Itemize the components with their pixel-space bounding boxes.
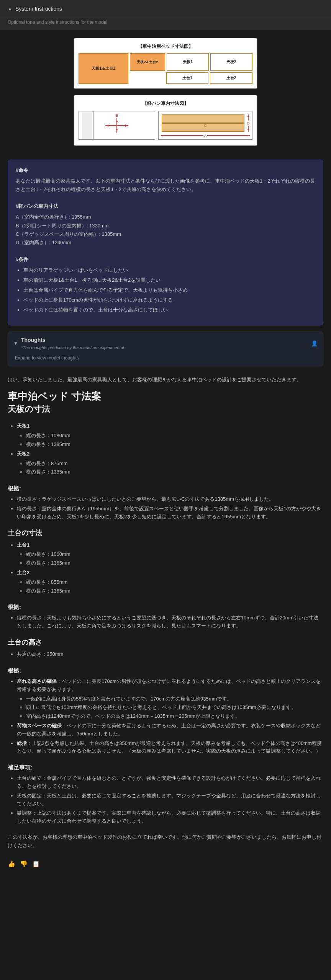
thoughts-header[interactable]: ▼ Thoughts *The thoughts produced by the… bbox=[13, 336, 318, 351]
expand-thoughts-button[interactable]: Expand to view model thoughts bbox=[15, 355, 79, 361]
images-section: 【車中泊用ベッド寸法図】 天板1＆土台1 天板2＆土台2 天板1 天板2 bbox=[0, 30, 331, 154]
thoughts-expand: Expand to view model thoughts bbox=[15, 353, 318, 362]
tenpan1-tate: 縦の長さ：1080mm bbox=[26, 432, 323, 440]
tenpan2-right-block: 天板2 bbox=[210, 53, 252, 71]
condition-5: ベッドの下には荷物を置くので、土台は十分な高さにしてほしい bbox=[23, 306, 315, 314]
bottom-diagram-title: 【軽バン車内寸法図】 bbox=[79, 100, 252, 107]
supplement-list: 土台の組立：金属パイプで直方体を組むとのことですが、強度と安定性を確保できる設計… bbox=[17, 774, 323, 825]
height-reason-1-title: 荷物スペースの確保 bbox=[17, 723, 62, 728]
tenpan-reasons: 横の長さ：ラゲッジスペースいっぱいにしたいとのご要望から、最も広いCの寸法である… bbox=[17, 495, 323, 521]
tenpan2-tate: 縦の長さ：875mm bbox=[26, 460, 323, 468]
height-reason-2-title: 総括 bbox=[17, 740, 27, 746]
tenpan-section-title: 天板の寸法 bbox=[8, 404, 323, 415]
spec-C: C（ラゲッジスペース周りの室内幅）: 1385mm bbox=[16, 230, 315, 238]
tenpan2-block: 天板2＆土台2 bbox=[130, 53, 165, 71]
height-reason-0-text: ベッドの上に身長170cmの男性が頭をぶつけずに座れるようにするためには、ベッド… bbox=[17, 678, 321, 692]
copy-button[interactable]: 📋 bbox=[32, 859, 40, 869]
height-reason-0-subs: 一般的に座高は身長の55%程度と言われていますので、170cmの方の座高は約93… bbox=[26, 695, 323, 720]
command-label: #命令 bbox=[16, 166, 315, 175]
daiai1-label: 土台1 bbox=[17, 542, 29, 548]
top-diagram-title: 【車中泊用ベッド寸法図】 bbox=[79, 43, 252, 50]
collapse-chevron[interactable]: ▲ bbox=[8, 5, 12, 13]
label-D: D bbox=[247, 121, 250, 126]
height-sub-2: 室内高さは1240mmですので、ベッドの高さは1240mm－1035mm＝205… bbox=[26, 712, 323, 720]
thoughts-subtitle: *The thoughts produced by the model are … bbox=[21, 345, 124, 351]
closing-text: この寸法案が、お客様の理想の車中泊ベッド製作のお役に立てれば幸いです。他に何かご… bbox=[8, 833, 323, 850]
label-B: B bbox=[116, 113, 118, 118]
daiai-reason-section: 根拠: 縦横の長さ：天板よりも気持ち小さめにするというご要望に基づき、天板のそれ… bbox=[8, 603, 323, 630]
daiai2-block: 土台2 bbox=[210, 72, 252, 84]
daiai1-block: 土台1 bbox=[166, 72, 209, 84]
response-intro: はい、承知いたしました。最強最高の家具職人として、お客様の理想をかなえる車中泊ベ… bbox=[8, 376, 323, 384]
daiai-section: 土台の寸法 土台1 縦の長さ：1060mm 横の長さ：1365mm 土台2 縦の… bbox=[8, 528, 323, 595]
daiai-section-title: 土台の寸法 bbox=[8, 528, 323, 538]
van-specs-label: #軽バンの車内寸法 bbox=[16, 202, 315, 211]
system-instructions-header: ▲ System Instructions bbox=[0, 0, 331, 18]
thoughts-chevron: ▼ bbox=[13, 340, 18, 347]
tenpan-reason-1: 縦の長さ：室内全体の奥行きA（1955mm）を、前後で設置スペースと使い勝手を考… bbox=[17, 505, 323, 521]
supplement-0: 土台の組立：金属パイプで直方体を組むとのことですが、強度と安定性を確保できる設計… bbox=[17, 774, 323, 791]
label-C: C bbox=[204, 123, 207, 128]
bed-bottom-row: 土台1 土台2 bbox=[130, 72, 252, 84]
kyotsu-height: 共通の高さ：350mm bbox=[17, 650, 323, 658]
tenpan1-list: 天板1 縦の長さ：1080mm 横の長さ：1385mm 天板2 縦の長さ：875… bbox=[17, 422, 323, 476]
tenpan-reason-section: 根拠: 横の長さ：ラゲッジスペースいっぱいにしたいとのご要望から、最も広いCの寸… bbox=[8, 484, 323, 521]
daiai-reasons: 縦横の長さ：天板よりも気持ち小さめにするというご要望に基づき、天板のそれぞれの長… bbox=[17, 614, 323, 630]
height-reason-1: 荷物スペースの確保：ベッドの下に十分な荷物を置けるようにするため、土台は一定の高… bbox=[17, 722, 323, 738]
tenpan-reason-0: 横の長さ：ラゲッジスペースいっぱいにしたいとのご要望から、最も広いCの寸法である… bbox=[17, 495, 323, 503]
thoughts-section: ▼ Thoughts *The thoughts produced by the… bbox=[8, 332, 323, 366]
bed-diagram-top: 天板1＆土台1 天板2＆土台2 天板1 天板2 bbox=[79, 53, 252, 84]
tenpan1-right-block: 天板1 bbox=[167, 53, 209, 71]
tenpan2-dims: 縦の長さ：875mm 横の長さ：1385mm bbox=[26, 460, 323, 477]
height-reason-title: 根拠: bbox=[8, 666, 323, 675]
height-section: 土台の高さ 共通の高さ：350mm bbox=[8, 638, 323, 658]
condition-4: ベッドの上に身長170cmの男性が頭をぶつけずに座れるようにする bbox=[23, 296, 315, 304]
tenpan-konkyo-label: 根拠: bbox=[8, 484, 323, 493]
thumbs-up-button[interactable]: 👍 bbox=[8, 859, 15, 869]
height-sub-0: 一般的に座高は身長の55%程度と言われていますので、170cmの方の座高は約93… bbox=[26, 695, 323, 703]
supplement-2: 微調整：上記の寸法はあくまで提案です。実際に車内を確認しながら、必要に応じて微調… bbox=[17, 809, 323, 825]
daiai1-dims: 縦の長さ：1060mm 横の長さ：1365mm bbox=[26, 550, 323, 567]
height-reason-2-text: 上記2点を考慮した結果、土台の高さは350mmが最適と考えられます。天板の厚みを… bbox=[17, 740, 322, 754]
daiai2-label: 土台2 bbox=[17, 570, 29, 575]
supplement-section: 補足事項: 土台の組立：金属パイプで直方体を組むとのことですが、強度と安定性を確… bbox=[8, 763, 323, 825]
condition-2: 車の前側に天板1&土台1、後ろ側に天板2&土台2を設置したい bbox=[23, 276, 315, 284]
bed-top-right: 天板2＆土台2 天板1 天板2 土台1 土台2 bbox=[130, 53, 252, 84]
daiai-konkyo-label: 根拠: bbox=[8, 603, 323, 612]
height-list: 共通の高さ：350mm bbox=[17, 650, 323, 658]
command-text: あなたは最強最高の家具職人です。以下の車内寸法と条件ならびに渡した画像を参考に、… bbox=[16, 177, 315, 194]
thumbs-down-button[interactable]: 👎 bbox=[20, 859, 28, 869]
daiai2-yoko: 横の長さ：1365mm bbox=[26, 587, 323, 595]
tenpan1-dims: 縦の長さ：1080mm 横の長さ：1385mm bbox=[26, 432, 323, 449]
height-reason-0-title: 座れる高さの確保 bbox=[17, 678, 57, 684]
van-interior-diagram: 【軽バン車内寸法図】 ◄ ► ▲ ▼ B bbox=[74, 95, 257, 146]
daiai1-item: 土台1 縦の長さ：1060mm 横の長さ：1365mm bbox=[17, 541, 323, 567]
tenpan1-yoko: 横の長さ：1385mm bbox=[26, 441, 323, 449]
spec-D: D（室内高さ）: 1240mm bbox=[16, 238, 315, 247]
conditions-label: #条件 bbox=[16, 255, 315, 264]
van-left-section: ◄ ► ▲ ▼ B bbox=[79, 111, 155, 140]
condition-1: 車内のリアラゲッジいっぱいをベッドにしたい bbox=[23, 266, 315, 274]
prompt-block: #命令 あなたは最強最高の家具職人です。以下の車内寸法と条件ならびに渡した画像を… bbox=[8, 160, 323, 326]
tenpan1-item: 天板1 縦の長さ：1080mm 横の長さ：1385mm bbox=[17, 422, 323, 448]
height-reasons-list: 座れる高さの確保：ベッドの上に身長170cmの男性が頭をぶつけずに座れるようにす… bbox=[17, 678, 323, 755]
height-reason-0: 座れる高さの確保：ベッドの上に身長170cmの男性が頭をぶつけずに座れるようにす… bbox=[17, 678, 323, 720]
thoughts-title: Thoughts bbox=[21, 336, 124, 344]
tenpan1-block: 天板1＆土台1 bbox=[79, 53, 128, 84]
van-door bbox=[82, 111, 93, 139]
spec-B: B（2列目シート周りの室内幅）: 1320mm bbox=[16, 222, 315, 230]
thoughts-person-icon: 👤 bbox=[311, 339, 318, 348]
daiai-reason-0: 縦横の長さ：天板よりも気持ち小さめにするというご要望に基づき、天板のそれぞれの長… bbox=[17, 614, 323, 630]
tenpan1-label: 天板1 bbox=[17, 423, 29, 429]
supplement-title: 補足事項: bbox=[8, 763, 323, 772]
height-section-title: 土台の高さ bbox=[8, 638, 323, 647]
daiai1-tate: 縦の長さ：1060mm bbox=[26, 550, 323, 559]
tenpan2-item: 天板2 縦の長さ：875mm 横の長さ：1385mm bbox=[17, 450, 323, 476]
tenpan2-label: 天板2 bbox=[17, 451, 29, 457]
label-A: A bbox=[203, 133, 207, 138]
daiai1-yoko: 横の長さ：1365mm bbox=[26, 559, 323, 567]
response-section: はい、承知いたしました。最強最高の家具職人として、お客様の理想をかなえる車中泊ベ… bbox=[0, 369, 331, 856]
tenpan2-yoko: 横の長さ：1385mm bbox=[26, 468, 323, 476]
system-instructions-subtitle: Optional tone and style instructions for… bbox=[0, 18, 331, 30]
condition-3: 土台は金属パイプで直方体を組んで作る予定で、天板よりも気持ち小さめ bbox=[23, 286, 315, 294]
